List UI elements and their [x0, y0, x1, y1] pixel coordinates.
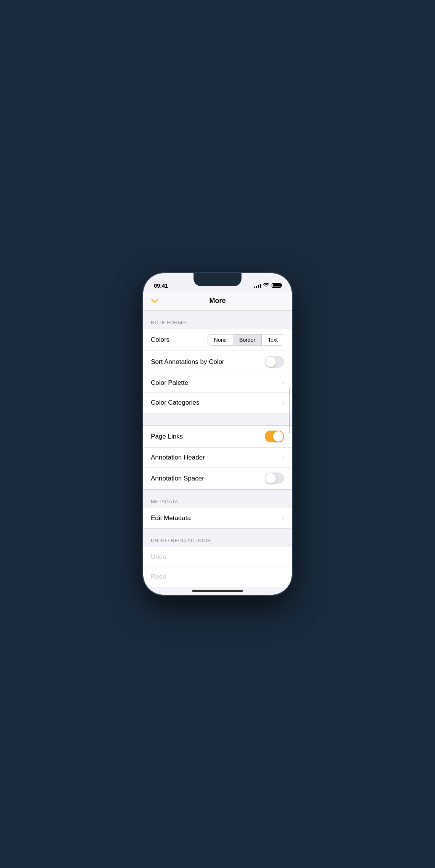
- wifi-icon: [263, 283, 269, 288]
- metadata-section-header: METADATA: [143, 490, 292, 508]
- color-categories-chevron: ›: [282, 399, 284, 406]
- battery-icon: [272, 283, 281, 288]
- color-palette-row[interactable]: Color Palette ›: [143, 373, 292, 393]
- page-links-label: Page Links: [151, 433, 183, 440]
- page-links-row: Page Links: [143, 426, 292, 448]
- undo-redo-label: UNDO / REDO ACTIONS: [151, 538, 211, 543]
- undo-redo-list: Undo Redo: [143, 547, 292, 587]
- toggle-thumb: [265, 357, 276, 367]
- back-button[interactable]: [151, 298, 158, 304]
- colors-row: Colors None Border Text: [143, 329, 292, 351]
- status-time: 09:41: [154, 282, 168, 289]
- annotation-spacer-row: Annotation Spacer: [143, 468, 292, 489]
- metadata-list: Edit Metadata ›: [143, 508, 292, 528]
- page-links-toggle[interactable]: [265, 431, 284, 442]
- edit-metadata-label: Edit Metadata: [151, 514, 191, 522]
- annotation-spacer-label: Annotation Spacer: [151, 475, 204, 482]
- scrollbar: [289, 388, 290, 433]
- annotation-spacer-toggle[interactable]: [265, 472, 284, 484]
- notch: [194, 273, 241, 286]
- annotation-header-chevron: ›: [282, 454, 284, 461]
- nav-bar: More: [143, 292, 292, 311]
- note-format-label: NOTE FORMAT: [151, 320, 189, 325]
- seg-text[interactable]: Text: [262, 335, 284, 345]
- seg-none[interactable]: None: [208, 335, 233, 345]
- phone-screen: 09:41: [143, 273, 292, 595]
- color-categories-label: Color Categories: [151, 399, 200, 407]
- note-format-list: Colors None Border Text Sort Annotations…: [143, 329, 292, 413]
- sort-annotations-row: Sort Annotations by Color: [143, 351, 292, 373]
- undo-label: Undo: [151, 553, 166, 561]
- undo-row: Undo: [143, 547, 292, 567]
- spacer-1: [143, 413, 292, 421]
- edit-metadata-chevron: ›: [282, 515, 284, 522]
- colors-segmented-control[interactable]: None Border Text: [208, 334, 284, 346]
- home-indicator: [192, 590, 243, 592]
- metadata-label: METADATA: [151, 499, 178, 504]
- signal-icon: [254, 283, 261, 288]
- color-categories-row[interactable]: Color Categories ›: [143, 393, 292, 413]
- annotation-header-label: Annotation Header: [151, 454, 205, 461]
- page-links-list: Page Links Annotation Header › Annotatio…: [143, 425, 292, 490]
- sort-annotations-label: Sort Annotations by Color: [151, 358, 224, 366]
- color-palette-label: Color Palette: [151, 379, 188, 387]
- toggle-thumb-on: [273, 431, 283, 442]
- status-icons: [254, 283, 281, 288]
- annotation-header-row[interactable]: Annotation Header ›: [143, 448, 292, 468]
- note-format-section-header: NOTE FORMAT: [143, 311, 292, 329]
- sort-annotations-toggle[interactable]: [265, 356, 284, 368]
- phone-frame: 09:41: [143, 273, 292, 595]
- nav-title: More: [209, 297, 225, 305]
- content-scroll[interactable]: More NOTE FORMAT Colors None Border Text: [143, 292, 292, 595]
- redo-row: Redo: [143, 567, 292, 587]
- edit-metadata-row[interactable]: Edit Metadata ›: [143, 508, 292, 528]
- colors-label: Colors: [151, 336, 170, 344]
- undo-redo-section-header: UNDO / REDO ACTIONS: [143, 528, 292, 547]
- toggle-thumb-3: [265, 473, 276, 484]
- color-palette-chevron: ›: [282, 380, 284, 386]
- redo-label: Redo: [151, 573, 166, 581]
- seg-border[interactable]: Border: [233, 335, 262, 345]
